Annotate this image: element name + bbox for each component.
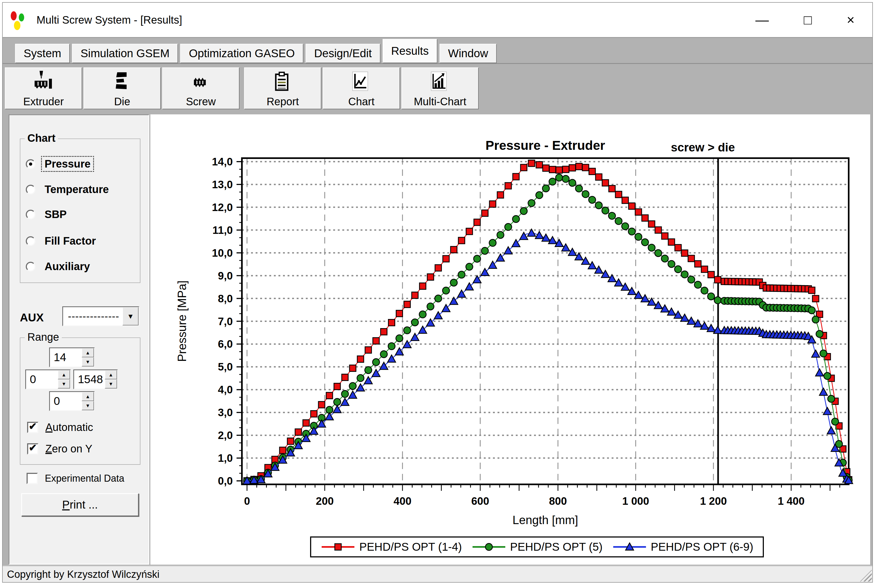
report-label: Report (267, 96, 299, 108)
tab-results[interactable]: Results (383, 39, 438, 63)
arrow-up-icon[interactable]: ▲ (105, 370, 117, 380)
check-icon: ✔ (29, 421, 37, 432)
legend-entry-blue: PEHD/PS OPT (6-9) (612, 540, 754, 554)
multi-chart-button[interactable]: Multi-Chart (402, 68, 479, 109)
svg-text:1,0: 1,0 (218, 452, 233, 464)
automatic-checkbox-row[interactable]: ✔ Automatic (27, 421, 93, 434)
report-icon (270, 70, 295, 96)
application-window: Multi Screw System - [Results] — □ × Sys… (0, 0, 875, 588)
radio-temperature-label: Temperature (42, 182, 111, 196)
radio-temperature[interactable]: Temperature (26, 182, 111, 196)
screw-label: Screw (186, 96, 216, 108)
sidebar: Chart Pressure Temperature SBP (9, 114, 149, 565)
svg-text:9,0: 9,0 (218, 270, 233, 282)
legend-label: PEHD/PS OPT (5) (510, 540, 603, 554)
radio-pressure-circle[interactable] (26, 159, 36, 169)
tab-design-edit[interactable]: Design/Edit (306, 44, 381, 63)
radio-fill-factor-circle[interactable] (26, 236, 36, 246)
extruder-label: Extruder (23, 96, 64, 108)
x-max-value: 1548 (74, 370, 105, 388)
chevron-down-icon: ▼ (127, 312, 134, 321)
svg-text:12,0: 12,0 (212, 201, 233, 213)
y-max-spinner[interactable]: 14 ▲ ▼ (49, 347, 95, 367)
menu-tab-bar: System Simulation GSEM Optimization GASE… (3, 37, 872, 63)
die-icon (110, 70, 135, 96)
radio-pressure[interactable]: Pressure (26, 157, 93, 171)
tab-window[interactable]: Window (439, 44, 497, 63)
arrow-up-icon[interactable]: ▲ (82, 392, 94, 401)
chart-plot: 0,01,02,03,04,05,06,07,08,09,010,011,012… (150, 114, 870, 564)
radio-sbp-circle[interactable] (26, 210, 36, 219)
arrow-down-icon[interactable]: ▼ (105, 380, 117, 388)
chart-button[interactable]: Chart (323, 68, 400, 109)
radio-auxiliary[interactable]: Auxiliary (26, 260, 93, 274)
arrow-down-icon[interactable]: ▼ (82, 401, 94, 410)
window-title: Multi Screw System - [Results] (36, 14, 182, 26)
radio-sbp-label: SBP (42, 207, 69, 222)
check-icon: ✔ (29, 442, 37, 453)
tab-system[interactable]: System (15, 44, 70, 63)
screw-button[interactable]: Screw (162, 68, 240, 109)
arrow-up-icon: ▲ (85, 350, 90, 356)
toolbar: Extruder Die (3, 63, 872, 113)
minimize-button[interactable]: — (755, 13, 769, 27)
x-max-spinner[interactable]: 1548 ▲ ▼ (73, 369, 118, 389)
radio-pressure-label: Pressure (42, 157, 93, 171)
y-min-value: 0 (50, 392, 82, 410)
zero-on-y-checkbox[interactable]: ✔ (27, 443, 38, 454)
svg-text:14,0: 14,0 (212, 156, 233, 168)
multi-chart-label: Multi-Chart (414, 96, 466, 108)
y-max-down-button[interactable]: ▼ (82, 357, 94, 366)
print-button[interactable]: Print ... (21, 493, 139, 516)
legend-entry-green: PEHD/PS OPT (5) (472, 540, 603, 554)
resize-grip-icon[interactable] (860, 570, 872, 582)
main-area: Chart Pressure Temperature SBP (3, 113, 872, 566)
aux-dropdown[interactable]: -------------- ▼ (62, 306, 139, 326)
close-button[interactable]: × (847, 13, 855, 27)
legend-entry-red: PEHD/PS OPT (1-4) (321, 540, 462, 554)
tab-simulation-gsem[interactable]: Simulation GSEM (72, 44, 178, 63)
maximize-button[interactable]: □ (804, 13, 812, 27)
y-max-value: 14 (50, 348, 82, 366)
radio-auxiliary-circle[interactable] (26, 262, 36, 272)
radio-sbp[interactable]: SBP (26, 207, 69, 222)
svg-text:1 400: 1 400 (778, 495, 805, 507)
legend-label: PEHD/PS OPT (1-4) (359, 540, 462, 554)
experimental-data-row[interactable]: ✔ Experimental Data (27, 473, 124, 484)
automatic-checkbox[interactable]: ✔ (27, 422, 38, 433)
report-button[interactable]: Report (244, 68, 321, 109)
range-groupbox: Range 14 ▲ ▼ 0 ▲ ▼ (20, 338, 141, 465)
extruder-button[interactable]: Extruder (5, 68, 82, 109)
arrow-up-icon[interactable]: ▲ (58, 370, 70, 380)
range-groupbox-title: Range (25, 331, 62, 343)
multi-chart-icon (428, 70, 452, 96)
experimental-data-checkbox[interactable]: ✔ (27, 473, 38, 484)
x-min-spinner[interactable]: 0 ▲ ▼ (25, 369, 71, 389)
chart-label: Chart (348, 96, 375, 108)
die-button[interactable]: Die (84, 68, 161, 109)
chart-groupbox-title: Chart (25, 132, 58, 144)
tab-optimization-gaseo[interactable]: Optimization GASEO (180, 44, 303, 63)
arrow-down-icon[interactable]: ▼ (58, 380, 70, 388)
y-min-spinner[interactable]: 0 ▲ ▼ (49, 391, 95, 411)
automatic-label: Automatic (45, 421, 93, 434)
app-icon (11, 9, 27, 31)
x-min-value: 0 (26, 370, 58, 388)
window-controls: — □ × (755, 13, 864, 27)
svg-text:6,0: 6,0 (218, 338, 233, 350)
svg-text:11,0: 11,0 (212, 224, 233, 236)
zero-on-y-checkbox-row[interactable]: ✔ Zero on Y (27, 443, 92, 455)
radio-auxiliary-label: Auxiliary (42, 260, 93, 274)
radio-fill-factor[interactable]: Fill Factor (26, 234, 99, 248)
legend-marker-triangle (612, 541, 647, 553)
status-bar: Copyright by Krzysztof Wilczyński (3, 566, 872, 582)
aux-dropdown-button[interactable]: ▼ (123, 307, 139, 326)
extruder-icon (31, 70, 56, 96)
die-label: Die (114, 96, 130, 108)
svg-text:4,0: 4,0 (218, 384, 233, 396)
radio-temperature-circle[interactable] (26, 185, 36, 194)
svg-text:10,0: 10,0 (212, 247, 233, 259)
chart-groupbox: Chart Pressure Temperature SBP (20, 138, 141, 283)
svg-text:2,0: 2,0 (218, 429, 233, 441)
y-max-up-button[interactable]: ▲ (82, 348, 94, 357)
